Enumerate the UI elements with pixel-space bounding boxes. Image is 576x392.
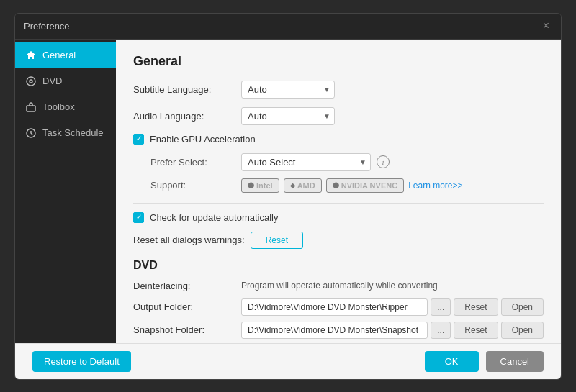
support-badges: ⬤ Intel ◆ AMD ⬤ NVIDIA NVENC Learn more>…	[241, 178, 463, 193]
sidebar-item-general[interactable]: General	[15, 42, 116, 68]
sidebar-item-task-schedule[interactable]: Task Schedule	[15, 120, 116, 146]
check-update-label: Check for update automatically	[150, 212, 278, 223]
sidebar-item-dvd[interactable]: DVD	[15, 68, 116, 94]
snapshot-folder-open-button[interactable]: Open	[501, 322, 544, 339]
support-row: Support: ⬤ Intel ◆ AMD ⬤ NVIDIA NVENC Le…	[150, 178, 544, 193]
learn-more-link[interactable]: Learn more>>	[408, 181, 462, 191]
snapshot-folder-label: Snapshot Folder:	[133, 324, 241, 335]
check-update-checkmark-icon: ✓	[136, 214, 142, 221]
dialog-title: Preference	[24, 21, 70, 32]
deinterlacing-label: Deinterlacing:	[133, 281, 241, 291]
titlebar: Preference ×	[15, 14, 561, 40]
audio-language-select[interactable]: Auto	[241, 107, 335, 125]
svg-point-0	[27, 77, 35, 86]
audio-language-row: Audio Language: Auto ▼	[133, 107, 544, 125]
prefer-select-wrapper: Auto Select ▼	[241, 153, 371, 171]
sidebar: General DVD Toolbox	[15, 40, 116, 343]
output-folder-row: Output Folder: ... Reset Open	[133, 298, 544, 316]
footer-right: OK Cancel	[425, 351, 544, 372]
check-update-row: ✓ Check for update automatically	[133, 212, 544, 223]
prefer-select-label: Prefer Select:	[150, 157, 241, 168]
subtitle-language-row: Subtitle Language: Auto ▼	[133, 81, 544, 99]
sidebar-label-task-schedule: Task Schedule	[42, 127, 104, 138]
nvidia-label: NVIDIA NVENC	[341, 181, 397, 190]
amd-badge: ◆ AMD	[284, 178, 322, 193]
sidebar-label-dvd: DVD	[42, 76, 62, 86]
main-content: General DVD Toolbox	[15, 40, 561, 343]
amd-icon: ◆	[290, 182, 295, 189]
content-area: General Subtitle Language: Auto ▼ Audio …	[116, 40, 561, 343]
deinterlacing-row: Deinterlacing: Program will operate auto…	[133, 281, 544, 291]
prefer-select[interactable]: Auto Select	[241, 153, 371, 171]
sidebar-item-toolbox[interactable]: Toolbox	[15, 94, 116, 120]
info-icon[interactable]: i	[377, 155, 390, 168]
snapshot-folder-input[interactable]	[241, 322, 428, 339]
reset-dialogs-label: Reset all dialogs warnings:	[133, 234, 245, 245]
audio-language-select-wrapper: Auto ▼	[241, 107, 335, 125]
gpu-checkbox-label: Enable GPU Acceleration	[150, 134, 256, 145]
footer: Restore to Default OK Cancel	[15, 343, 561, 379]
output-folder-label: Output Folder:	[133, 301, 241, 312]
general-title: General	[133, 54, 544, 69]
svg-rect-2	[27, 106, 35, 111]
gpu-acceleration-row: ✓ Enable GPU Acceleration	[133, 134, 544, 145]
reset-dialogs-row: Reset all dialogs warnings: Reset	[133, 232, 544, 249]
restore-default-button[interactable]: Restore to Default	[32, 351, 131, 372]
snapshot-folder-reset-button[interactable]: Reset	[454, 322, 498, 339]
reset-dialogs-button[interactable]: Reset	[251, 232, 303, 249]
subtitle-language-label: Subtitle Language:	[133, 84, 241, 95]
gpu-checkbox[interactable]: ✓	[133, 134, 144, 145]
subtitle-language-select-wrapper: Auto ▼	[241, 81, 335, 99]
check-update-checkbox[interactable]: ✓	[133, 212, 144, 223]
intel-badge: ⬤ Intel	[241, 178, 279, 193]
svg-point-1	[30, 80, 32, 83]
audio-language-label: Audio Language:	[133, 111, 241, 122]
dvd-title: DVD	[133, 259, 544, 272]
nvidia-badge: ⬤ NVIDIA NVENC	[326, 178, 404, 193]
disc-icon	[25, 76, 37, 87]
intel-dot-icon: ⬤	[248, 182, 254, 188]
toolbox-icon	[25, 101, 37, 113]
support-label: Support:	[150, 180, 241, 191]
snapshot-folder-dots-button[interactable]: ...	[431, 322, 451, 339]
clock-icon	[25, 127, 37, 139]
amd-label: AMD	[297, 181, 315, 190]
sidebar-label-toolbox: Toolbox	[42, 101, 75, 112]
output-folder-open-button[interactable]: Open	[501, 298, 544, 316]
deinterlacing-value: Program will operate automatically while…	[241, 281, 438, 291]
gpu-checkmark-icon: ✓	[136, 135, 142, 142]
intel-label: Intel	[256, 181, 273, 190]
preference-dialog: Preference × General DV	[14, 13, 562, 380]
output-folder-reset-button[interactable]: Reset	[454, 298, 498, 316]
cancel-button[interactable]: Cancel	[486, 351, 544, 372]
nvidia-icon: ⬤	[333, 182, 339, 188]
output-folder-dots-button[interactable]: ...	[431, 298, 451, 316]
close-button[interactable]: ×	[540, 19, 552, 33]
snapshot-folder-row: Snapshot Folder: ... Reset Open	[133, 322, 544, 339]
divider	[133, 203, 544, 204]
sidebar-label-general: General	[42, 50, 76, 60]
ok-button[interactable]: OK	[425, 351, 479, 372]
home-icon	[25, 50, 37, 61]
output-folder-input[interactable]	[241, 298, 428, 316]
subtitle-language-select[interactable]: Auto	[241, 81, 335, 99]
prefer-select-row: Prefer Select: Auto Select ▼ i	[150, 153, 544, 171]
